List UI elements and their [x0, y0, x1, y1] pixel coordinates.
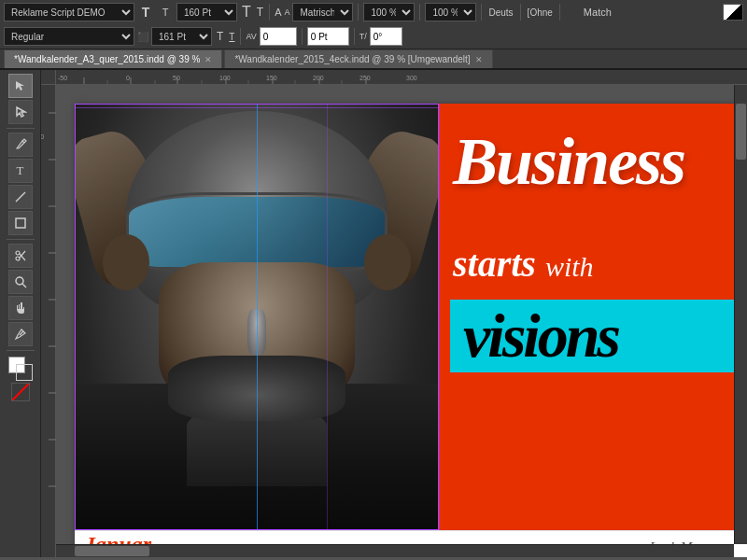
sep-r2-1 — [240, 28, 241, 45]
svg-text:100: 100 — [219, 75, 231, 81]
ruler-corner — [41, 70, 56, 85]
guide-v1 — [257, 104, 258, 557]
font-style-select[interactable]: Regular — [4, 27, 134, 46]
svg-point-6 — [16, 277, 23, 285]
lang-label: Deuts — [488, 7, 513, 18]
baseline-input[interactable] — [307, 27, 349, 46]
tab1-label: *Wandkalender_A3_quer_2015.indd @ 39 % — [14, 54, 200, 64]
separator2 — [358, 4, 359, 21]
business-text: Business — [453, 132, 738, 192]
toolbox: T — [0, 70, 41, 557]
ruler-top-ticks: -50 0 50 100 150 200 250 300 — [56, 70, 747, 85]
large-t-icon: T — [242, 4, 251, 21]
guide-h-top — [75, 107, 439, 108]
tab-document2[interactable]: *Wandkalender_2015_4eck.indd @ 39 % [Umg… — [224, 49, 492, 68]
match-label: Match — [584, 7, 612, 18]
select-tool[interactable] — [8, 74, 33, 98]
tool-sep2 — [7, 239, 35, 240]
visions-box: visions — [450, 300, 736, 372]
page-right: Business starts with visions — [439, 104, 747, 557]
superscript-icon: A — [275, 7, 281, 18]
text-tool[interactable]: T — [8, 159, 33, 183]
scroll-thumb-h[interactable] — [75, 546, 149, 556]
svg-line-0 — [16, 192, 25, 202]
font-t-icon: T — [137, 4, 154, 21]
medium-t-icon: T — [257, 6, 263, 19]
pen-tool[interactable] — [8, 133, 33, 157]
tool-sep3 — [7, 350, 35, 351]
none-swatch[interactable] — [11, 383, 30, 401]
tab2-close[interactable]: ✕ — [475, 55, 483, 64]
ear-left — [103, 234, 149, 290]
font-family-select[interactable]: Reklame Script DEMO — [4, 3, 134, 21]
font-size-select[interactable]: 160 Pt — [176, 3, 237, 21]
starts-with-container: starts with — [453, 242, 594, 286]
font-t-icon2: T — [157, 4, 174, 21]
leading-select[interactable]: 161 Pt — [151, 27, 212, 46]
tt-icon2: T — [229, 32, 234, 42]
separator6 — [559, 4, 560, 21]
separator3 — [419, 4, 420, 21]
zoom1-select[interactable]: 100 % — [363, 3, 415, 21]
zoom-tool[interactable] — [8, 270, 33, 294]
with-text: with — [545, 251, 594, 283]
scissors-tool[interactable] — [8, 244, 33, 268]
zoom2-select[interactable]: 100 % — [425, 3, 476, 21]
svg-line-7 — [22, 284, 26, 287]
separator1 — [269, 4, 270, 21]
stroke-box — [16, 364, 33, 381]
separator5 — [520, 4, 521, 21]
direct-select-tool[interactable] — [8, 100, 33, 124]
eyedropper-tool[interactable] — [8, 322, 33, 346]
rectangle-tool[interactable] — [8, 211, 33, 235]
svg-text:50: 50 — [173, 75, 180, 81]
document-canvas: Business starts with visions — [56, 85, 747, 557]
sep-r2-3 — [354, 28, 355, 45]
line-tool[interactable] — [8, 185, 33, 209]
scrollbar-vertical[interactable] — [734, 85, 747, 544]
scroll-thumb-v[interactable] — [736, 104, 746, 160]
svg-point-3 — [16, 257, 20, 260]
page-spread: Business starts with visions — [75, 104, 747, 557]
starts-text: starts — [453, 242, 536, 286]
leading-icon: ⬛ — [137, 32, 148, 42]
kern-input[interactable] — [260, 27, 297, 46]
toolbar-row2: Regular ⬛ 161 Pt T T AV T/ — [0, 24, 747, 49]
visions-text: visions — [463, 305, 723, 367]
svg-point-2 — [16, 251, 20, 255]
tab2-label: *Wandkalender_2015_4eck.indd @ 39 % [Umg… — [234, 54, 470, 64]
color-swatch[interactable] — [723, 4, 743, 21]
metrics-select[interactable]: Matrisch — [292, 3, 353, 21]
kern-icon: AV — [246, 32, 256, 41]
tab1-close[interactable]: ✕ — [204, 55, 212, 64]
toolbar-row1: Reklame Script DEMO T T 160 Pt T T A A M… — [0, 0, 747, 24]
skew-icon: T/ — [359, 32, 367, 41]
page-left — [75, 104, 439, 557]
svg-text:250: 250 — [359, 75, 371, 81]
svg-text:0: 0 — [126, 75, 130, 81]
ohne-label: [Ohne — [528, 7, 553, 18]
svg-text:-50: -50 — [41, 133, 44, 140]
svg-rect-1 — [16, 218, 25, 228]
tab-document1[interactable]: *Wandkalender_A3_quer_2015.indd @ 39 % ✕ — [4, 49, 222, 68]
sep-r2-2 — [302, 28, 303, 45]
scrollbar-horizontal[interactable] — [56, 544, 734, 557]
ruler-left-ticks: -50 — [41, 85, 56, 552]
svg-text:150: 150 — [266, 75, 277, 81]
fill-stroke-control[interactable] — [8, 357, 33, 381]
svg-text:300: 300 — [406, 75, 417, 81]
hand-tool[interactable] — [8, 296, 33, 320]
svg-text:200: 200 — [313, 75, 324, 81]
separator4 — [481, 4, 482, 21]
sup-icon: A — [284, 7, 289, 17]
guide-v2 — [327, 104, 328, 557]
skew-input[interactable] — [370, 27, 402, 46]
ruler-left: -50 — [41, 85, 56, 557]
tool-sep1 — [7, 128, 35, 129]
svg-text:-50: -50 — [58, 75, 67, 81]
ear-right — [364, 234, 411, 290]
ruler-top: -50 0 50 100 150 200 250 300 — [56, 70, 747, 85]
canvas-area: -50 0 50 100 150 200 250 300 — [41, 70, 747, 557]
guide-page-separator — [439, 104, 440, 557]
tab-bar: *Wandkalender_A3_quer_2015.indd @ 39 % ✕… — [0, 49, 747, 70]
